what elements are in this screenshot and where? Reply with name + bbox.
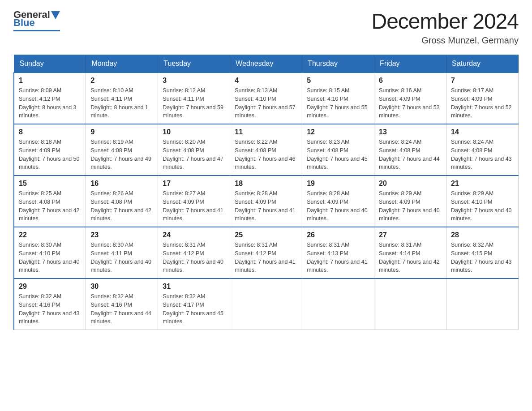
day-info: Sunrise: 8:12 AMSunset: 4:11 PMDaylight:… [163, 86, 225, 120]
day-info: Sunrise: 8:32 AMSunset: 4:15 PMDaylight:… [451, 241, 514, 274]
page-header: General Blue December 2024 Gross Munzel,… [13, 9, 519, 46]
table-row: 16Sunrise: 8:26 AMSunset: 4:08 PMDayligh… [86, 176, 158, 227]
day-number: 13 [379, 128, 442, 136]
table-row: 5Sunrise: 8:15 AMSunset: 4:10 PMDaylight… [302, 73, 374, 124]
table-row: 8Sunrise: 8:18 AMSunset: 4:09 PMDaylight… [14, 124, 86, 176]
day-number: 22 [19, 231, 81, 239]
day-info: Sunrise: 8:28 AMSunset: 4:09 PMDaylight:… [307, 189, 369, 223]
table-row: 4Sunrise: 8:13 AMSunset: 4:10 PMDaylight… [230, 73, 302, 124]
col-monday: Monday [86, 55, 158, 73]
table-row: 31Sunrise: 8:32 AMSunset: 4:17 PMDayligh… [158, 278, 230, 330]
table-row: 26Sunrise: 8:31 AMSunset: 4:13 PMDayligh… [302, 227, 374, 278]
table-row: 13Sunrise: 8:24 AMSunset: 4:08 PMDayligh… [374, 124, 446, 176]
table-row: 10Sunrise: 8:20 AMSunset: 4:08 PMDayligh… [158, 124, 230, 176]
day-number: 23 [90, 231, 153, 239]
col-sunday: Sunday [14, 55, 86, 73]
calendar-week-row: 22Sunrise: 8:30 AMSunset: 4:10 PMDayligh… [14, 227, 519, 278]
col-saturday: Saturday [446, 55, 519, 73]
col-friday: Friday [374, 55, 446, 73]
table-row: 23Sunrise: 8:30 AMSunset: 4:11 PMDayligh… [86, 227, 158, 278]
day-number: 31 [163, 283, 225, 291]
day-info: Sunrise: 8:32 AMSunset: 4:16 PMDaylight:… [90, 292, 153, 326]
day-number: 11 [235, 128, 297, 136]
table-row: 17Sunrise: 8:27 AMSunset: 4:09 PMDayligh… [158, 176, 230, 227]
table-row: 29Sunrise: 8:32 AMSunset: 4:16 PMDayligh… [14, 278, 86, 330]
logo-underline [13, 30, 60, 31]
day-number: 26 [307, 231, 369, 239]
col-tuesday: Tuesday [158, 55, 230, 73]
day-info: Sunrise: 8:26 AMSunset: 4:08 PMDaylight:… [90, 189, 153, 223]
day-number: 10 [163, 128, 225, 136]
table-row [230, 278, 302, 330]
day-info: Sunrise: 8:29 AMSunset: 4:10 PMDaylight:… [451, 189, 514, 223]
day-number: 3 [163, 77, 225, 85]
day-number: 8 [19, 128, 81, 136]
table-row: 12Sunrise: 8:23 AMSunset: 4:08 PMDayligh… [302, 124, 374, 176]
day-number: 28 [451, 231, 514, 239]
table-row: 15Sunrise: 8:25 AMSunset: 4:08 PMDayligh… [14, 176, 86, 227]
day-number: 30 [90, 283, 153, 291]
day-info: Sunrise: 8:09 AMSunset: 4:12 PMDaylight:… [19, 86, 81, 120]
table-row: 1Sunrise: 8:09 AMSunset: 4:12 PMDaylight… [14, 73, 86, 124]
calendar-title: December 2024 [371, 9, 519, 34]
logo-triangle-icon [51, 11, 60, 19]
table-row: 19Sunrise: 8:28 AMSunset: 4:09 PMDayligh… [302, 176, 374, 227]
day-info: Sunrise: 8:31 AMSunset: 4:12 PMDaylight:… [163, 241, 225, 274]
day-info: Sunrise: 8:32 AMSunset: 4:17 PMDaylight:… [163, 292, 225, 326]
day-info: Sunrise: 8:32 AMSunset: 4:16 PMDaylight:… [19, 292, 81, 326]
day-number: 19 [307, 180, 369, 188]
day-info: Sunrise: 8:29 AMSunset: 4:09 PMDaylight:… [379, 189, 442, 223]
day-number: 15 [19, 180, 81, 188]
day-number: 4 [235, 77, 297, 85]
table-row: 11Sunrise: 8:22 AMSunset: 4:08 PMDayligh… [230, 124, 302, 176]
day-number: 2 [90, 77, 153, 85]
calendar-week-row: 1Sunrise: 8:09 AMSunset: 4:12 PMDaylight… [14, 73, 519, 124]
day-info: Sunrise: 8:15 AMSunset: 4:10 PMDaylight:… [307, 86, 369, 120]
day-number: 12 [307, 128, 369, 136]
calendar-header-row: Sunday Monday Tuesday Wednesday Thursday… [14, 55, 519, 73]
table-row: 25Sunrise: 8:31 AMSunset: 4:12 PMDayligh… [230, 227, 302, 278]
calendar-week-row: 15Sunrise: 8:25 AMSunset: 4:08 PMDayligh… [14, 176, 519, 227]
day-info: Sunrise: 8:18 AMSunset: 4:09 PMDaylight:… [19, 138, 81, 171]
table-row: 20Sunrise: 8:29 AMSunset: 4:09 PMDayligh… [374, 176, 446, 227]
col-thursday: Thursday [302, 55, 374, 73]
day-info: Sunrise: 8:10 AMSunset: 4:11 PMDaylight:… [90, 86, 153, 120]
day-number: 17 [163, 180, 225, 188]
day-info: Sunrise: 8:31 AMSunset: 4:12 PMDaylight:… [235, 241, 297, 274]
day-info: Sunrise: 8:30 AMSunset: 4:11 PMDaylight:… [90, 241, 153, 274]
day-info: Sunrise: 8:31 AMSunset: 4:14 PMDaylight:… [379, 241, 442, 274]
table-row [302, 278, 374, 330]
table-row: 18Sunrise: 8:28 AMSunset: 4:09 PMDayligh… [230, 176, 302, 227]
table-row: 14Sunrise: 8:24 AMSunset: 4:08 PMDayligh… [446, 124, 519, 176]
day-info: Sunrise: 8:24 AMSunset: 4:08 PMDaylight:… [451, 138, 514, 171]
day-info: Sunrise: 8:20 AMSunset: 4:08 PMDaylight:… [163, 138, 225, 171]
table-row: 24Sunrise: 8:31 AMSunset: 4:12 PMDayligh… [158, 227, 230, 278]
day-number: 24 [163, 231, 225, 239]
table-row: 3Sunrise: 8:12 AMSunset: 4:11 PMDaylight… [158, 73, 230, 124]
logo-blue-text: Blue [13, 17, 35, 29]
table-row: 22Sunrise: 8:30 AMSunset: 4:10 PMDayligh… [14, 227, 86, 278]
day-number: 9 [90, 128, 153, 136]
day-number: 27 [379, 231, 442, 239]
day-number: 1 [19, 77, 81, 85]
logo: General Blue [13, 9, 60, 31]
table-row: 28Sunrise: 8:32 AMSunset: 4:15 PMDayligh… [446, 227, 519, 278]
calendar-week-row: 29Sunrise: 8:32 AMSunset: 4:16 PMDayligh… [14, 278, 519, 330]
day-info: Sunrise: 8:31 AMSunset: 4:13 PMDaylight:… [307, 241, 369, 274]
table-row [374, 278, 446, 330]
day-number: 20 [379, 180, 442, 188]
day-number: 29 [19, 283, 81, 291]
day-number: 14 [451, 128, 514, 136]
table-row: 21Sunrise: 8:29 AMSunset: 4:10 PMDayligh… [446, 176, 519, 227]
calendar-location: Gross Munzel, Germany [371, 35, 519, 46]
table-row [446, 278, 519, 330]
day-info: Sunrise: 8:16 AMSunset: 4:09 PMDaylight:… [379, 86, 442, 120]
day-info: Sunrise: 8:22 AMSunset: 4:08 PMDaylight:… [235, 138, 297, 171]
day-number: 18 [235, 180, 297, 188]
table-row: 9Sunrise: 8:19 AMSunset: 4:08 PMDaylight… [86, 124, 158, 176]
col-wednesday: Wednesday [230, 55, 302, 73]
table-row: 2Sunrise: 8:10 AMSunset: 4:11 PMDaylight… [86, 73, 158, 124]
day-info: Sunrise: 8:19 AMSunset: 4:08 PMDaylight:… [90, 138, 153, 171]
day-number: 21 [451, 180, 514, 188]
day-number: 25 [235, 231, 297, 239]
